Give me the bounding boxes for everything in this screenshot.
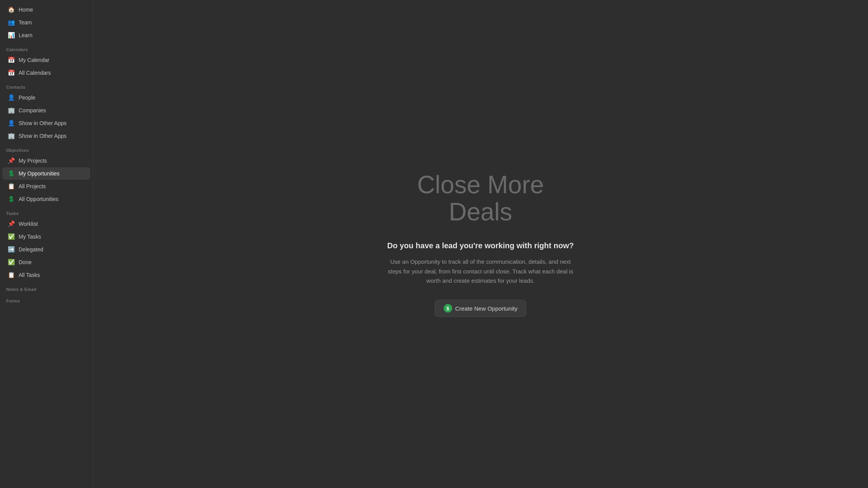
team-icon: 👥 [8,19,15,26]
sidebar-item-my-tasks[interactable]: ✅ My Tasks [2,230,90,243]
my-opportunities-icon: 💲 [8,170,15,177]
sidebar-item-team[interactable]: 👥 Team [2,16,90,29]
show-other-apps-1-icon: 👤 [8,120,15,127]
sidebar-item-people[interactable]: 👤 People [2,91,90,104]
sidebar-item-home[interactable]: 🏠 Home [2,3,90,16]
worklist-icon: 📌 [8,220,15,227]
page-title: Close More Deals [384,171,577,226]
my-projects-icon: 📌 [8,157,15,164]
sidebar: 🏠 Home 👥 Team 📊 Learn Calendars 📅 My Cal… [0,0,93,488]
section-label-forms: Forms [0,293,93,305]
sidebar-item-show-in-other-apps-1[interactable]: 👤 Show in Other Apps [2,117,90,129]
all-tasks-icon: 📋 [8,271,15,278]
done-icon: ✅ [8,259,15,266]
learn-icon: 📊 [8,32,15,39]
sidebar-item-companies[interactable]: 🏢 Companies [2,104,90,117]
sidebar-item-label: All Tasks [19,272,40,278]
sidebar-item-label: All Projects [19,183,46,189]
sidebar-item-label: Team [19,19,32,26]
section-label-notes-email: Notes & Email [0,282,93,293]
sidebar-item-label: All Calendars [19,70,51,76]
sidebar-item-label: My Opportunities [19,170,60,177]
show-other-apps-2-icon: 🏢 [8,132,15,139]
sidebar-item-label: Learn [19,32,33,38]
sidebar-item-label: Show in Other Apps [19,133,67,139]
create-button-label: Create New Opportunity [455,305,518,312]
sidebar-item-label: Delegated [19,246,43,253]
sidebar-item-label: Companies [19,107,46,113]
sidebar-item-label: My Calendar [19,57,49,63]
sidebar-item-my-opportunities[interactable]: 💲 My Opportunities [2,167,90,180]
all-calendars-icon: 📅 [8,69,15,76]
people-icon: 👤 [8,94,15,101]
section-label-contacts: Contacts [0,79,93,91]
companies-icon: 🏢 [8,107,15,114]
sidebar-item-all-calendars[interactable]: 📅 All Calendars [2,67,90,79]
description-text: Use an Opportunity to track all of the c… [384,257,577,286]
sidebar-item-my-projects[interactable]: 📌 My Projects [2,155,90,167]
all-opportunities-icon: 💲 [8,196,15,203]
sidebar-item-all-opportunities[interactable]: 💲 All Opportunities [2,193,90,205]
sidebar-item-label: My Projects [19,158,47,164]
opportunity-dollar-icon: $ [444,304,452,313]
empty-state: Close More Deals Do you have a lead you'… [368,156,593,332]
my-tasks-icon: ✅ [8,233,15,240]
delegated-icon: ➡️ [8,246,15,253]
sidebar-item-show-in-other-apps-2[interactable]: 🏢 Show in Other Apps [2,130,90,142]
sidebar-item-label: My Tasks [19,234,41,240]
top-nav: 🏠 Home 👥 Team 📊 Learn [0,3,93,41]
main-content: Close More Deals Do you have a lead you'… [93,0,868,488]
sidebar-item-label: People [19,95,36,101]
sidebar-item-my-calendar[interactable]: 📅 My Calendar [2,54,90,66]
sidebar-item-worklist[interactable]: 📌 Worklist [2,218,90,230]
my-calendar-icon: 📅 [8,57,15,64]
section-label-calendars: Calendars [0,42,93,53]
sidebar-item-done[interactable]: ✅ Done [2,256,90,268]
sidebar-item-label: Show in Other Apps [19,120,67,126]
question-text: Do you have a lead you're working with r… [384,241,577,250]
section-label-tasks: Tasks [0,206,93,217]
home-icon: 🏠 [8,6,15,13]
sidebar-item-learn[interactable]: 📊 Learn [2,29,90,41]
sidebar-item-label: Home [19,7,33,13]
sidebar-item-label: Done [19,259,31,265]
sidebar-item-all-tasks[interactable]: 📋 All Tasks [2,269,90,281]
all-projects-icon: 📋 [8,183,15,190]
sidebar-item-all-projects[interactable]: 📋 All Projects [2,180,90,192]
sidebar-item-label: All Opportunities [19,196,59,202]
sidebar-item-delegated[interactable]: ➡️ Delegated [2,243,90,256]
create-new-opportunity-button[interactable]: $ Create New Opportunity [435,300,527,317]
sidebar-item-label: Worklist [19,221,38,227]
section-label-objectives: Objectives [0,143,93,154]
